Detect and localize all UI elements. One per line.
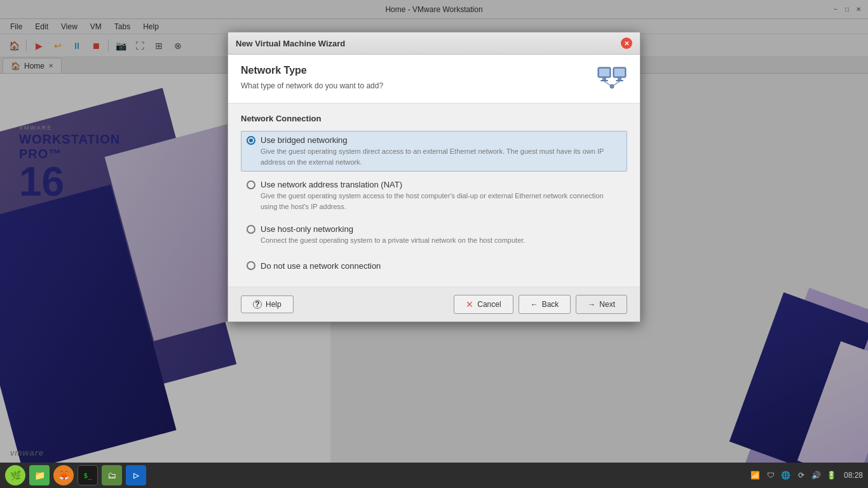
section-title: Network Connection	[241, 114, 627, 123]
dialog-footer: ? Help ✕ Cancel ← Back → Next	[228, 287, 640, 322]
taskbar-app-files[interactable]: 🗂	[102, 465, 122, 485]
taskbar-app-mint[interactable]: 🌿	[5, 465, 25, 485]
back-arrow-icon: ←	[531, 300, 538, 309]
svg-rect-1	[599, 69, 609, 76]
help-button[interactable]: ? Help	[241, 295, 294, 313]
taskbar-app-files-green[interactable]: 📁	[29, 465, 50, 485]
network-type-icon	[597, 65, 627, 95]
battery-icon[interactable]: 🔋	[826, 470, 837, 481]
radio-bridged[interactable]	[247, 136, 255, 145]
network-icon[interactable]: 🌐	[780, 470, 792, 481]
taskbar-app-firefox[interactable]: 🦊	[53, 465, 74, 485]
network-svg-icon	[597, 65, 627, 95]
help-label: Help	[266, 300, 281, 309]
dialog-titlebar: New Virtual Machine Wizard ✕	[228, 32, 640, 55]
svg-point-10	[610, 85, 614, 88]
dialog-header: Network Type What type of network do you…	[228, 55, 640, 104]
svg-rect-5	[614, 69, 625, 76]
option-nat-label: Use network address translation (NAT)	[261, 180, 402, 189]
volume-icon[interactable]: 🔊	[811, 470, 822, 481]
dialog-close-button[interactable]: ✕	[621, 37, 632, 49]
new-vm-wizard-dialog: New Virtual Machine Wizard ✕ Network Typ…	[227, 32, 641, 322]
svg-rect-6	[618, 78, 621, 80]
dialog-page-subtitle: What type of network do you want to add?	[241, 81, 383, 90]
cancel-label: Cancel	[477, 300, 501, 309]
taskbar-app-terminal[interactable]: $_	[78, 465, 98, 485]
dialog-title: New Virtual Machine Wizard	[236, 39, 345, 48]
usb-icon[interactable]: ⟳	[796, 470, 807, 481]
option-no-network[interactable]: Do not use a network connection	[241, 257, 627, 276]
shield-icon[interactable]: 🛡	[765, 470, 776, 481]
bluetooth-icon[interactable]: 📶	[750, 470, 761, 481]
help-icon: ?	[253, 300, 262, 309]
svg-rect-3	[600, 80, 608, 81]
option-no-network-label: Do not use a network connection	[261, 261, 381, 271]
svg-rect-2	[602, 78, 606, 80]
option-host-only-label: Use host-only networking	[261, 224, 353, 234]
cancel-button[interactable]: ✕ Cancel	[454, 295, 513, 314]
taskbar-app-vmware[interactable]: ▷	[126, 465, 146, 485]
taskbar-right: 📶 🛡 🌐 ⟳ 🔊 🔋 08:28	[750, 470, 863, 481]
next-arrow-icon: →	[588, 300, 595, 309]
option-host-only[interactable]: Use host-only networking Connect the gue…	[241, 220, 627, 250]
option-nat[interactable]: Use network address translation (NAT) Gi…	[241, 175, 627, 216]
option-bridged-label: Use bridged networking	[261, 135, 348, 145]
cancel-icon: ✕	[466, 299, 473, 309]
taskbar: 🌿 📁 🦊 $_ 🗂 ▷ 📶 🛡 🌐 ⟳ 🔊 🔋 08:28	[0, 463, 868, 488]
radio-host-only[interactable]	[247, 225, 255, 234]
radio-no-network[interactable]	[247, 261, 255, 270]
option-bridged-description: Give the guest operating system direct a…	[261, 146, 621, 167]
dialog-header-text: Network Type What type of network do you…	[241, 65, 383, 90]
back-label: Back	[542, 300, 559, 309]
next-button[interactable]: → Next	[576, 295, 627, 314]
option-nat-description: Give the guest operating system access t…	[261, 191, 621, 212]
next-label: Next	[599, 300, 615, 309]
system-clock: 08:28	[844, 471, 863, 480]
dialog-page-title: Network Type	[241, 65, 383, 76]
option-host-only-description: Connect the guest operating system to a …	[261, 235, 621, 246]
back-button[interactable]: ← Back	[519, 295, 571, 314]
option-bridged[interactable]: Use bridged networking Give the guest op…	[241, 131, 627, 172]
radio-nat[interactable]	[247, 180, 255, 189]
svg-rect-7	[616, 80, 623, 81]
footer-actions: ✕ Cancel ← Back → Next	[454, 295, 627, 314]
dialog-body: Network Connection Use bridged networkin…	[228, 104, 640, 287]
